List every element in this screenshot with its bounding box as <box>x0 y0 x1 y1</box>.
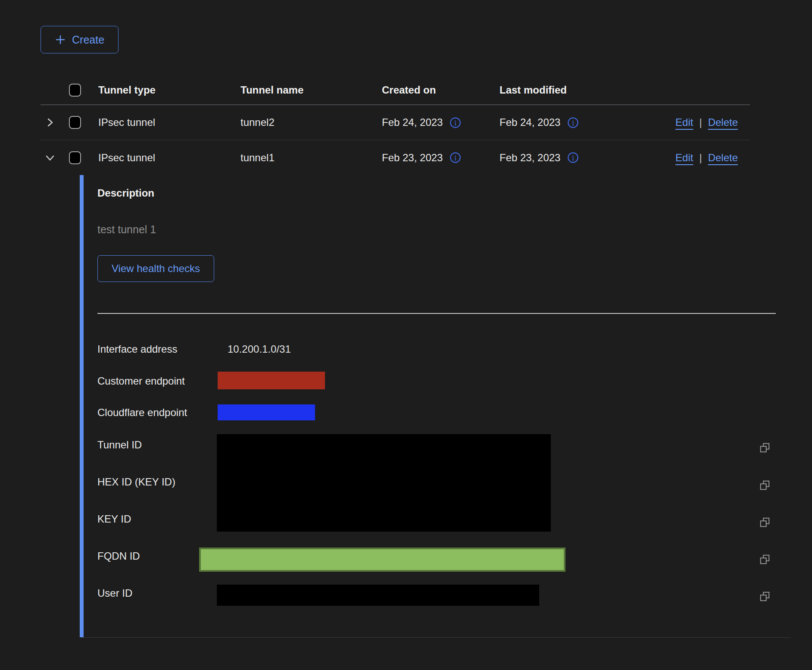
create-button[interactable]: Create <box>41 26 119 53</box>
table-row-tunnel1: IPsec tunnel tunnel1 Feb 23, 2023 i Feb … <box>41 140 750 175</box>
tunnel-type-value: IPsec tunnel <box>98 152 240 164</box>
info-icon: i <box>450 152 461 163</box>
modified-info-button[interactable]: i <box>567 152 579 163</box>
description-label: Description <box>97 187 154 199</box>
tunnels-table: Tunnel type Tunnel name Created on Last … <box>41 75 750 638</box>
fqdn-id-label: FQDN ID <box>97 550 140 562</box>
copy-key-id-button[interactable] <box>759 516 771 529</box>
last-modified-value: Feb 23, 2023 <box>500 152 560 164</box>
fqdn-id-redacted-value <box>199 548 565 572</box>
interface-address-value: 10.200.1.0/31 <box>228 343 291 355</box>
select-all-checkbox[interactable] <box>69 84 81 97</box>
hex-id-label: HEX ID (KEY ID) <box>97 476 175 488</box>
svg-text:i: i <box>454 119 456 127</box>
create-button-label: Create <box>72 34 104 46</box>
tunnel-details-panel: Description test tunnel 1 View health ch… <box>81 175 790 638</box>
chevron-right-icon <box>44 116 56 128</box>
copy-hex-id-button[interactable] <box>759 479 771 492</box>
created-on-value: Feb 24, 2023 <box>382 116 443 128</box>
ids-redacted-value <box>217 434 551 532</box>
edit-link[interactable]: Edit <box>675 116 693 128</box>
last-modified-value: Feb 24, 2023 <box>500 116 560 128</box>
view-health-checks-button[interactable]: View health checks <box>97 255 214 282</box>
expand-row-button[interactable] <box>41 114 59 131</box>
copy-icon <box>759 517 771 528</box>
cloudflare-endpoint-redacted-value <box>218 404 315 420</box>
svg-text:i: i <box>572 154 574 162</box>
modified-info-button[interactable]: i <box>567 117 579 128</box>
copy-icon <box>759 480 771 491</box>
expanded-accent-bar <box>80 175 84 637</box>
tunnel-name-value: tunnel2 <box>240 116 382 128</box>
chevron-down-icon <box>44 152 56 164</box>
action-separator: | <box>699 116 702 128</box>
cloudflare-endpoint-label: Cloudflare endpoint <box>97 407 187 419</box>
info-icon: i <box>567 117 579 128</box>
header-last-modified: Last modified <box>500 84 663 96</box>
row-checkbox[interactable] <box>69 116 81 129</box>
copy-icon <box>759 591 771 602</box>
created-info-button[interactable]: i <box>450 152 461 163</box>
key-id-label: KEY ID <box>97 513 131 525</box>
header-tunnel-name: Tunnel name <box>240 84 382 96</box>
copy-user-id-button[interactable] <box>759 590 771 603</box>
description-value: test tunnel 1 <box>97 223 156 236</box>
tunnel-type-value: IPsec tunnel <box>98 116 240 128</box>
copy-icon <box>759 554 771 565</box>
header-tunnel-type: Tunnel type <box>98 84 240 96</box>
interface-address-label: Interface address <box>97 343 177 355</box>
created-on-value: Feb 23, 2023 <box>382 152 443 164</box>
plus-icon <box>55 34 66 45</box>
section-divider <box>97 313 776 314</box>
created-info-button[interactable]: i <box>450 117 461 128</box>
customer-endpoint-redacted-value <box>218 372 325 389</box>
edit-link[interactable]: Edit <box>675 152 693 164</box>
tunnel-name-value: tunnel1 <box>240 152 382 164</box>
row-checkbox[interactable] <box>69 151 81 164</box>
info-icon: i <box>567 152 579 163</box>
action-separator: | <box>699 152 702 164</box>
collapse-row-button[interactable] <box>41 149 59 166</box>
header-created-on: Created on <box>382 84 500 96</box>
delete-link[interactable]: Delete <box>708 152 738 164</box>
customer-endpoint-label: Customer endpoint <box>97 375 185 387</box>
user-id-label: User ID <box>97 587 132 599</box>
svg-text:i: i <box>572 119 574 127</box>
user-id-redacted-value <box>217 585 539 606</box>
copy-icon <box>759 442 771 454</box>
table-header-row: Tunnel type Tunnel name Created on Last … <box>41 75 750 105</box>
info-icon: i <box>450 117 461 128</box>
svg-text:i: i <box>454 154 456 162</box>
tunnel-id-label: Tunnel ID <box>97 439 142 451</box>
delete-link[interactable]: Delete <box>708 116 738 128</box>
copy-fqdn-id-button[interactable] <box>759 553 771 566</box>
table-row-tunnel2: IPsec tunnel tunnel2 Feb 24, 2023 i Feb … <box>41 105 750 140</box>
copy-tunnel-id-button[interactable] <box>759 441 771 454</box>
